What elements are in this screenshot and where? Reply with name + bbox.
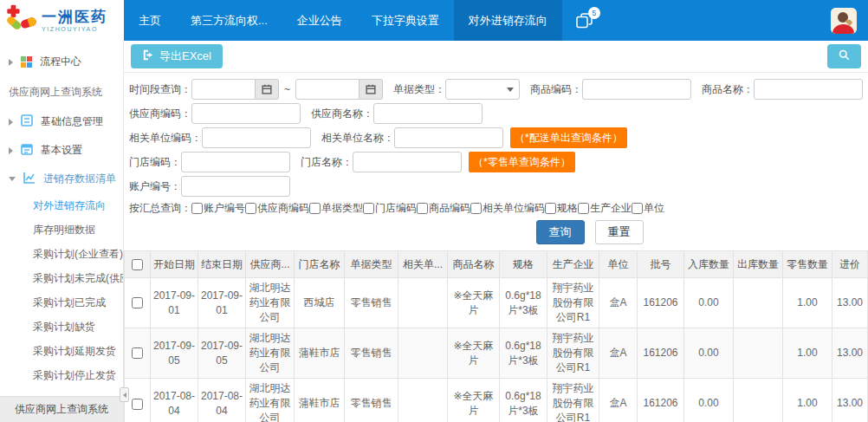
sidebar-sub-item[interactable]: 采购计划延期发货 xyxy=(0,339,123,363)
nav-item[interactable]: 企业公告 xyxy=(282,0,357,41)
doc-type-select[interactable] xyxy=(445,79,520,100)
summary-checkbox[interactable] xyxy=(578,203,589,214)
query-button[interactable]: 查询 xyxy=(536,220,585,244)
supplier-code-input[interactable] xyxy=(191,103,301,124)
sidebar-sub-item[interactable]: 对外进销存流向 xyxy=(0,193,123,217)
calendar-settings-icon xyxy=(21,143,33,158)
store-code-input[interactable] xyxy=(181,152,290,172)
summary-checkbox[interactable] xyxy=(191,203,203,214)
cell-related-unit xyxy=(398,379,448,422)
cell-inbound-qty: 0.00 xyxy=(684,278,734,328)
select-all-checkbox[interactable] xyxy=(132,259,143,270)
nav-item[interactable]: 下拉字典设置 xyxy=(357,0,454,41)
export-excel-button[interactable]: 导出EXcel xyxy=(131,44,223,68)
nav-item[interactable]: 主页 xyxy=(124,0,176,41)
sidebar-group-basic-settings[interactable]: 基本设置 xyxy=(0,136,123,165)
sidebar-sub-item[interactable]: 采购计划已完成 xyxy=(0,290,123,315)
sidebar-section-title: 供应商网上查询系统 xyxy=(0,76,123,107)
row-checkbox[interactable] xyxy=(132,347,143,359)
summary-query-row: 按汇总查询： 账户编号 供应商编码 单据类型 门店编码 商品编码 xyxy=(129,201,863,216)
date-from-input[interactable] xyxy=(191,79,256,100)
search-toggle-button[interactable] xyxy=(827,44,861,68)
sidebar-item-process-center[interactable]: 流程中心 xyxy=(0,48,123,76)
summary-checkbox[interactable] xyxy=(545,203,556,214)
cell-end-date: 2017-09-05 xyxy=(198,328,246,379)
sidebar-sub-item[interactable]: 采购计划缺货 xyxy=(0,315,123,339)
data-table: 开始日期 结束日期 供应商... 门店名称 单据类型 相关单... 商品名称 xyxy=(124,250,868,422)
cell-start-date: 2017-09-01 xyxy=(151,278,198,328)
supplier-name-input[interactable] xyxy=(373,103,483,124)
sidebar-sub-item[interactable]: 采购计划(企业查看) xyxy=(0,242,123,266)
cell-spec: 0.6g*18片*3板 xyxy=(500,278,547,328)
summary-checkbox[interactable] xyxy=(417,203,428,214)
sidebar-group-inventory-data[interactable]: 进销存数据清单 xyxy=(0,165,123,193)
cell-doc-type: 零售销售 xyxy=(345,278,398,328)
row-select-cell xyxy=(125,278,151,328)
cell-related-unit xyxy=(398,328,448,379)
summary-option-label: 单位 xyxy=(644,201,664,216)
sidebar-sub-item[interactable]: 采购计划未完成(供应... xyxy=(0,266,123,290)
summary-option[interactable]: 账户编号 xyxy=(191,201,245,216)
cell-supplier: 湖北明达药业有限公司 xyxy=(246,278,295,328)
summary-option[interactable]: 生产企业 xyxy=(578,201,632,216)
reset-button[interactable]: 重置 xyxy=(595,220,644,244)
table-row: 2017-09-05 2017-09-05 湖北明达药业有限公司 蒲鞋市店 零售… xyxy=(125,328,868,379)
summary-option[interactable]: 规格 xyxy=(545,201,578,216)
summary-checkbox[interactable] xyxy=(632,203,643,214)
summary-option[interactable]: 单据类型 xyxy=(309,201,363,216)
sidebar-collapse-handle[interactable] xyxy=(120,387,129,402)
column-header: 零售数量 xyxy=(783,251,832,278)
product-code-label: 商品编码： xyxy=(530,82,582,97)
summary-option-label: 商品编码 xyxy=(429,201,470,216)
nav-item[interactable]: 第三方流向权... xyxy=(176,0,282,41)
nav-item[interactable]: 对外进销存流向 xyxy=(454,0,562,41)
user-avatar[interactable] xyxy=(831,8,857,34)
sidebar-footer-tab[interactable]: 供应商网上查询系统 xyxy=(0,396,123,422)
account-input[interactable] xyxy=(181,176,290,197)
column-header: 入库数量 xyxy=(684,251,734,278)
summary-option[interactable]: 商品编码 xyxy=(417,201,470,216)
date-to-calendar-button[interactable] xyxy=(360,79,383,100)
summary-option[interactable]: 供应商编码 xyxy=(245,201,309,216)
store-name-input[interactable] xyxy=(353,152,462,172)
date-from-calendar-button[interactable] xyxy=(256,79,279,100)
cell-outbound-qty xyxy=(734,379,783,422)
app-window: 一洲医药 YIZHOUYIYAO 主页 第三方流向权... 企业公告 下拉字典设… xyxy=(0,0,868,422)
account-label: 账户编号： xyxy=(129,179,181,194)
product-code-input[interactable] xyxy=(582,79,691,100)
chevron-right-icon xyxy=(9,59,13,66)
summary-label: 按汇总查询： xyxy=(129,201,191,216)
column-header: 规格 xyxy=(500,251,547,278)
row-checkbox[interactable] xyxy=(132,399,143,410)
related-unit-code-input[interactable] xyxy=(202,127,311,148)
column-header: 生产企业 xyxy=(547,251,599,278)
summary-checkbox[interactable] xyxy=(309,203,321,214)
product-name-label: 商品名称： xyxy=(702,82,754,97)
sidebar-group-basic-info[interactable]: 基础信息管理 xyxy=(0,107,123,136)
cell-spec: 0.6g*18片*3板 xyxy=(500,328,547,379)
related-unit-code-label: 相关单位编码： xyxy=(129,131,202,146)
summary-option[interactable]: 单位 xyxy=(632,201,664,216)
summary-option[interactable]: 门店编码 xyxy=(363,201,417,216)
summary-checkbox[interactable] xyxy=(470,203,482,214)
sidebar: 流程中心 供应商网上查询系统 基础信息管理 基本设置 xyxy=(0,41,124,422)
export-icon xyxy=(142,49,154,63)
related-unit-name-input[interactable] xyxy=(394,127,503,148)
cell-inbound-qty: 0.00 xyxy=(684,328,734,379)
summary-checkbox[interactable] xyxy=(363,203,374,214)
cell-retail-qty: 1.00 xyxy=(783,379,832,422)
open-tabs-icon[interactable]: 5 xyxy=(576,13,593,29)
date-to-input[interactable] xyxy=(295,79,360,100)
product-name-input[interactable] xyxy=(754,79,863,100)
row-checkbox[interactable] xyxy=(132,297,143,308)
pills-logo-icon xyxy=(4,4,37,36)
store-name-label: 门店名称： xyxy=(301,155,353,170)
sidebar-sub-item[interactable]: 采购计划停止发货 xyxy=(0,363,123,387)
sidebar-sub-item[interactable]: 库存明细数据 xyxy=(0,217,123,242)
top-bar: 一洲医药 YIZHOUYIYAO 主页 第三方流向权... 企业公告 下拉字典设… xyxy=(0,0,868,41)
summary-options: 账户编号 供应商编码 单据类型 门店编码 商品编码 相关单位编码 规格 xyxy=(191,201,664,216)
summary-option[interactable]: 相关单位编码 xyxy=(470,201,545,216)
summary-checkbox[interactable] xyxy=(245,203,256,214)
cell-unit: 盒A xyxy=(599,278,638,328)
cell-related-unit xyxy=(398,278,448,328)
